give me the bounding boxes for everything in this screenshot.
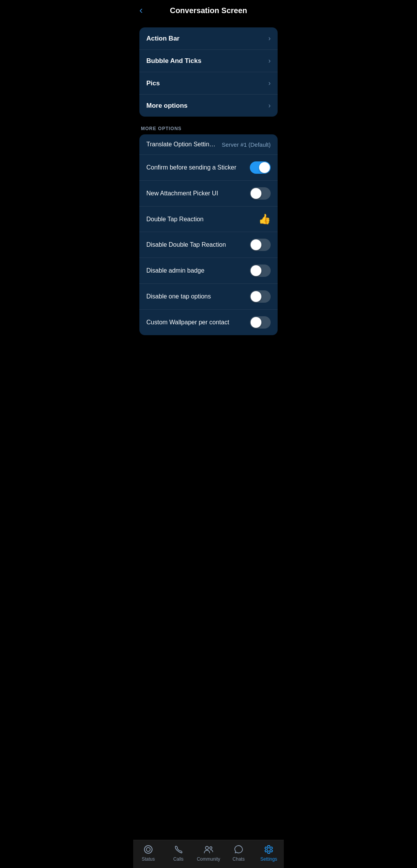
new-attachment-toggle[interactable]: [250, 187, 271, 200]
new-attachment-label: New Attachment Picker UI: [146, 190, 250, 197]
toggle-knob: [251, 188, 261, 199]
double-tap-label: Double Tap Reaction: [146, 216, 258, 223]
toggle-knob: [251, 317, 261, 328]
bubble-ticks-item[interactable]: Bubble And Ticks ›: [139, 50, 278, 72]
bubble-ticks-label: Bubble And Ticks: [146, 57, 202, 65]
chevron-icon: ›: [268, 57, 271, 65]
confirm-sticker-label: Confirm before sending a Sticker: [146, 164, 250, 171]
disable-admin-badge-row: Disable admin badge: [139, 258, 278, 284]
custom-wallpaper-row: Custom Wallpaper per contact: [139, 310, 278, 335]
action-bar-item[interactable]: Action Bar ›: [139, 27, 278, 50]
disable-one-tap-label: Disable one tap options: [146, 293, 250, 300]
pics-item[interactable]: Pics ›: [139, 72, 278, 95]
chevron-icon: ›: [268, 102, 271, 110]
disable-one-tap-row: Disable one tap options: [139, 284, 278, 310]
disable-admin-badge-label: Disable admin badge: [146, 267, 250, 274]
disable-admin-badge-toggle[interactable]: [250, 264, 271, 277]
main-menu-card: Action Bar › Bubble And Ticks › Pics › M…: [139, 27, 278, 117]
confirm-sticker-toggle[interactable]: [250, 161, 271, 174]
confirm-sticker-row: Confirm before sending a Sticker: [139, 155, 278, 181]
more-options-item[interactable]: More options ›: [139, 95, 278, 117]
toggle-knob: [251, 291, 261, 302]
toggle-knob: [259, 162, 270, 173]
back-button[interactable]: ‹: [139, 4, 143, 16]
custom-wallpaper-label: Custom Wallpaper per contact: [146, 319, 250, 326]
options-card: Translate Option Settin… Server #1 (Defa…: [139, 134, 278, 335]
chevron-icon: ›: [268, 79, 271, 87]
new-attachment-row: New Attachment Picker UI: [139, 181, 278, 207]
more-options-section-label: MORE OPTIONS: [133, 117, 284, 134]
translate-option-value: Server #1 (Default): [222, 141, 271, 148]
toggle-knob: [251, 239, 261, 250]
action-bar-label: Action Bar: [146, 35, 180, 42]
chevron-icon: ›: [268, 34, 271, 42]
double-tap-row[interactable]: Double Tap Reaction 👍: [139, 207, 278, 232]
disable-double-tap-label: Disable Double Tap Reaction: [146, 241, 250, 248]
custom-wallpaper-toggle[interactable]: [250, 316, 271, 329]
pics-label: Pics: [146, 80, 160, 87]
toggle-knob: [251, 265, 261, 276]
app-header: ‹ Conversation Screen: [133, 0, 284, 20]
page-title: Conversation Screen: [141, 6, 276, 15]
double-tap-emoji: 👍: [258, 213, 271, 225]
translate-option-row[interactable]: Translate Option Settin… Server #1 (Defa…: [139, 134, 278, 155]
disable-one-tap-toggle[interactable]: [250, 290, 271, 303]
translate-option-label: Translate Option Settin…: [146, 141, 222, 148]
more-options-label: More options: [146, 102, 188, 110]
content-scroll: Action Bar › Bubble And Ticks › Pics › M…: [133, 20, 284, 366]
disable-double-tap-row: Disable Double Tap Reaction: [139, 232, 278, 258]
disable-double-tap-toggle[interactable]: [250, 239, 271, 251]
